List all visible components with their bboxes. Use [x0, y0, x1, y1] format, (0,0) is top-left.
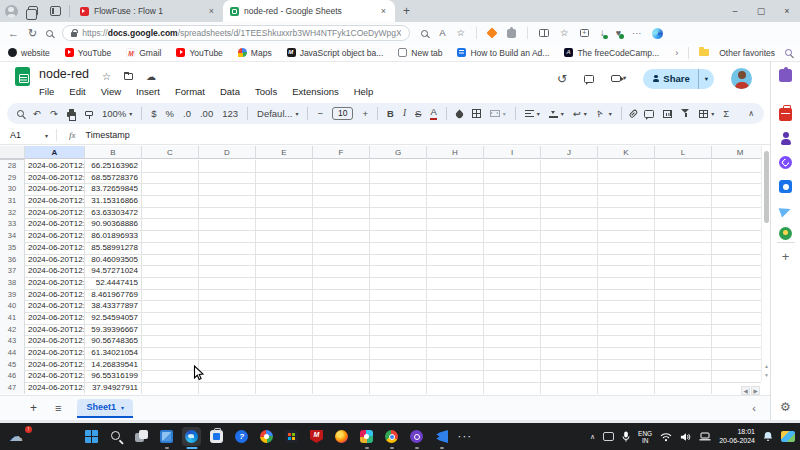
menu-tools[interactable]: Tools	[255, 86, 277, 97]
fill-color-button[interactable]	[456, 110, 463, 118]
collapse-toolbar-icon[interactable]: ∧	[748, 109, 754, 118]
number-format-button[interactable]: 123	[222, 109, 238, 119]
extensions-icon[interactable]	[507, 29, 516, 38]
firefox-icon[interactable]	[332, 427, 351, 446]
cell-J47[interactable]	[541, 382, 598, 394]
column-header-B[interactable]: B	[85, 146, 142, 159]
column-header-C[interactable]: C	[142, 146, 199, 159]
bookmark-youtube[interactable]: YouTube	[176, 48, 222, 58]
column-header-H[interactable]: H	[427, 146, 484, 159]
downloads-icon[interactable]: ↓	[600, 28, 605, 38]
bookmark-how-to-build-an-ad-[interactable]: How to Build an Ad...	[457, 48, 549, 58]
search-icon[interactable]	[46, 30, 53, 37]
favorites-search-icon[interactable]	[785, 49, 792, 56]
font-size-input[interactable]: 10	[332, 107, 353, 121]
currency-format-button[interactable]: $	[151, 109, 156, 119]
circle-purple-icon[interactable]	[779, 156, 792, 169]
scroll-left-icon[interactable]: ◀	[741, 386, 750, 395]
url-field[interactable]: https://docs.google.com/spreadsheets/d/1…	[62, 25, 410, 41]
text-rotate-button[interactable]: ▾	[596, 109, 612, 118]
name-box-dropdown-icon[interactable]: ▾	[45, 132, 48, 139]
grid-corner[interactable]	[0, 146, 25, 159]
menu-view[interactable]: View	[101, 86, 121, 97]
cell-D47[interactable]	[199, 382, 256, 394]
cell-G47[interactable]	[370, 382, 427, 394]
refresh-icon[interactable]: ↻	[28, 28, 37, 39]
cell-H47[interactable]	[427, 382, 484, 394]
avatar[interactable]	[731, 68, 752, 89]
person-purple-icon[interactable]	[779, 132, 792, 145]
column-header-D[interactable]: D	[199, 146, 256, 159]
column-header-L[interactable]: L	[655, 146, 712, 159]
gear-icon[interactable]: ⚙	[780, 400, 791, 414]
read-aloud-icon[interactable]: A	[439, 28, 445, 38]
print-icon[interactable]	[67, 110, 76, 117]
column-header-M[interactable]: M	[712, 146, 761, 159]
notifications-bell-icon[interactable]	[763, 431, 773, 442]
share-button[interactable]: Share ▾	[643, 69, 714, 89]
chrome-icon[interactable]	[382, 427, 401, 446]
weather-widget[interactable]: ☁ !	[9, 427, 31, 445]
display-icon[interactable]	[603, 432, 614, 441]
bookmark-javascript-object-ba-[interactable]: JavaScript object ba...	[287, 48, 384, 58]
favorites-icon[interactable]: ☆	[560, 28, 569, 38]
column-header-K[interactable]: K	[598, 146, 655, 159]
star-icon[interactable]: ☆	[102, 71, 111, 82]
add-sheet-button[interactable]: +	[30, 401, 37, 415]
merge-cells-button[interactable]: ▾	[490, 110, 506, 117]
column-header-F[interactable]: F	[313, 146, 370, 159]
paint-format-icon[interactable]	[85, 111, 93, 116]
bookmark-new-tab[interactable]: New tab	[398, 48, 442, 58]
metamask-icon[interactable]	[486, 27, 497, 38]
share-dropdown-icon[interactable]: ▾	[699, 75, 714, 83]
start-icon[interactable]	[82, 427, 101, 446]
sheet-tab-sheet1[interactable]: Sheet1 ▾	[77, 399, 133, 418]
sheet-tab-dropdown-icon[interactable]: ▾	[121, 404, 124, 411]
lock-icon[interactable]	[71, 32, 77, 37]
tab-close-icon[interactable]: ×	[207, 6, 216, 16]
tab-flowfuse[interactable]: FlowFuse : Flow 1 ×	[73, 0, 223, 22]
workspaces-icon[interactable]	[22, 0, 44, 22]
vertical-align-button[interactable]: ▾	[549, 110, 564, 118]
row-header-47[interactable]: 47	[0, 382, 25, 394]
mcafee-icon[interactable]	[307, 427, 326, 446]
scroll-right-icon[interactable]: ▶	[751, 386, 760, 395]
paper-plane-icon[interactable]	[780, 204, 791, 216]
cell-F47[interactable]	[313, 382, 370, 394]
formula-bar-content[interactable]: Timestamp	[86, 130, 130, 140]
get-add-ons-button[interactable]: +	[782, 249, 790, 264]
window-close-button[interactable]: ×	[774, 6, 800, 16]
filter-button[interactable]	[681, 109, 690, 118]
tab-google-sheets[interactable]: node-red - Google Sheets ×	[223, 0, 395, 22]
undo-icon[interactable]: ↶	[33, 109, 41, 119]
office-icon[interactable]	[282, 427, 301, 446]
insert-comment-button[interactable]	[644, 110, 654, 118]
toolbox-red-icon[interactable]	[779, 106, 792, 121]
bookmark-maps[interactable]: Maps	[238, 48, 272, 58]
column-header-A[interactable]: A	[25, 146, 85, 159]
quest-icon[interactable]	[232, 427, 251, 446]
menu-data[interactable]: Data	[220, 86, 240, 97]
browser-essentials-icon[interactable]: ♥	[616, 29, 621, 38]
scrollbar-thumb[interactable]	[764, 151, 769, 223]
bold-button[interactable]: B	[387, 109, 394, 119]
italic-button[interactable]: I	[403, 109, 406, 119]
cell-K47[interactable]	[598, 382, 655, 394]
horizontal-align-button[interactable]: ▾	[525, 110, 540, 118]
name-box[interactable]: A1 ▾	[0, 130, 56, 140]
more-icon[interactable]	[457, 427, 476, 446]
search-icon[interactable]	[107, 427, 126, 446]
cloud-status-icon[interactable]: ☁	[146, 71, 156, 82]
move-folder-icon[interactable]	[124, 73, 133, 80]
decrease-font-size-button[interactable]: −	[317, 109, 323, 119]
increase-decimal-button[interactable]: .00	[200, 109, 213, 119]
puzzle-icon[interactable]	[779, 69, 792, 82]
clock[interactable]: 18:0120-06-2024	[719, 428, 755, 445]
functions-button[interactable]: Σ	[723, 109, 729, 119]
borders-button[interactable]	[472, 109, 481, 118]
vertical-scrollbar[interactable]: ▲ ▼	[761, 146, 770, 381]
person-green-icon[interactable]	[779, 227, 792, 240]
back-icon[interactable]: ←	[8, 28, 19, 39]
vscode-icon[interactable]	[432, 427, 451, 446]
table-views-button[interactable]: ▾	[699, 110, 714, 118]
